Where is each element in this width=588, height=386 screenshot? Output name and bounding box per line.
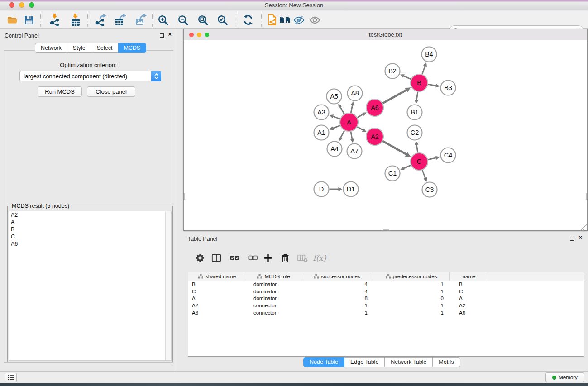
column-header-label: shared name (206, 274, 236, 279)
mcds-result-item[interactable]: A (9, 219, 171, 226)
export-image-icon[interactable] (133, 12, 148, 28)
resize-grip[interactable] (581, 224, 587, 230)
column-header-predecessor-nodes[interactable]: predecessor nodes (373, 272, 450, 281)
mcds-result-item[interactable]: C (9, 233, 171, 240)
edge-A-A5[interactable] (340, 107, 344, 114)
table-cell: 1 (301, 302, 373, 310)
mcds-result-item[interactable]: A6 (9, 240, 171, 248)
edge-A-A3[interactable] (333, 116, 340, 119)
edge-A6-B[interactable] (382, 90, 406, 104)
save-session-icon[interactable] (21, 12, 37, 28)
table-cell: connector (246, 310, 301, 317)
column-header-label: successor nodes (321, 274, 360, 279)
mcds-result-list[interactable]: A2ABCA6 (9, 211, 172, 361)
edge-C-C3[interactable] (422, 170, 425, 178)
tab-style[interactable]: Style (67, 43, 91, 53)
table-cell: 1 (373, 302, 450, 310)
tab-network-table[interactable]: Network Table (385, 357, 433, 367)
hide-graphics-details-icon[interactable] (291, 12, 306, 28)
column-layout-icon[interactable] (209, 251, 224, 265)
tab-mcds[interactable]: MCDS (118, 43, 146, 53)
toolbar-separator (236, 13, 236, 27)
table-cell: A2 (188, 302, 246, 310)
tab-motifs[interactable]: Motifs (433, 357, 460, 367)
tab-edge-table[interactable]: Edge Table (344, 357, 385, 367)
table-row[interactable]: Cdominator41C (188, 288, 584, 295)
edge-B-B3[interactable] (428, 84, 436, 86)
open-file-icon[interactable] (5, 12, 20, 28)
run-mcds-button[interactable]: Run MCDS (38, 86, 82, 97)
task-history-button[interactable] (5, 373, 17, 382)
table-settings-icon[interactable] (193, 251, 207, 265)
float-panel-icon[interactable] (570, 237, 574, 241)
zoom-selected-icon[interactable] (215, 12, 230, 28)
mcds-result-item[interactable]: A2 (9, 211, 171, 219)
tab-node-table[interactable]: Node Table (303, 357, 344, 367)
show-all-icon[interactable] (277, 12, 293, 28)
column-header-name[interactable]: name (450, 272, 488, 281)
table-cell: A6 (450, 310, 488, 317)
column-header-successor-nodes[interactable]: successor nodes (301, 272, 373, 281)
edge-A-A8[interactable] (351, 105, 353, 113)
import-table-icon[interactable] (68, 12, 83, 28)
list-icon (8, 375, 14, 381)
zoom-out-icon[interactable] (175, 12, 191, 28)
edge-C-C4[interactable] (428, 158, 437, 160)
unselect-all-icon[interactable] (245, 251, 260, 265)
graph-node-label: A2 (371, 133, 379, 140)
export-table-icon[interactable] (113, 12, 128, 28)
table-row[interactable]: Bdominator41B (188, 281, 584, 288)
table-cell: 4 (301, 281, 373, 288)
column-header-MCDS-role[interactable]: MCDS role (246, 272, 301, 281)
mcds-result-item[interactable]: B (9, 226, 171, 233)
close-panel-button[interactable]: Close panel (87, 86, 135, 97)
edge-arrowhead (415, 141, 418, 145)
tab-network[interactable]: Network (35, 43, 67, 53)
add-column-icon[interactable] (261, 251, 275, 265)
dropdown-stepper-icon (151, 71, 161, 81)
tab-select[interactable]: Select (91, 43, 119, 53)
table-row[interactable]: Adominator80A (188, 295, 584, 302)
zoom-in-icon[interactable] (155, 12, 171, 28)
import-network-icon[interactable] (47, 12, 62, 28)
float-panel-icon[interactable] (160, 33, 164, 38)
edge-B-B2[interactable] (403, 76, 411, 79)
delete-column-icon[interactable] (278, 251, 292, 265)
edge-C-C2[interactable] (416, 144, 418, 152)
graph-node-label: A5 (330, 93, 338, 100)
edge-B-B4[interactable] (422, 66, 425, 74)
edge-A-A1[interactable] (333, 125, 340, 128)
toolbar-separator (152, 13, 153, 27)
table-cell: 1 (373, 310, 450, 317)
zoom-fit-icon[interactable] (195, 12, 210, 28)
column-header-shared-name[interactable]: shared name (188, 272, 246, 281)
select-all-icon[interactable] (227, 251, 242, 265)
edge-A-A4[interactable] (340, 130, 344, 138)
table-cell: 1 (373, 281, 450, 288)
scrollbar-track[interactable] (165, 211, 171, 360)
apply-layout-icon[interactable] (240, 12, 256, 28)
table-row[interactable]: A6connector11A6 (188, 310, 584, 317)
close-panel-icon[interactable]: × (578, 234, 582, 240)
edge-arrowhead (423, 177, 427, 182)
graph-node-label: B4 (425, 51, 433, 58)
memory-button[interactable]: Memory (545, 372, 584, 382)
column-header-label: name (463, 274, 476, 279)
edge-A2-C[interactable] (382, 141, 406, 155)
network-graph[interactable]: AA1A2A3A4A5A6A7A8BB1B2B3B4CC1C2C3C4DD1 (184, 40, 587, 230)
edge-B-B1[interactable] (416, 92, 418, 100)
table-cell: A6 (188, 310, 246, 317)
table-cell: A (450, 295, 488, 302)
edge-arrowhead (415, 100, 418, 104)
show-graphics-details-icon[interactable] (307, 12, 322, 28)
edge-C-C1[interactable] (403, 165, 411, 168)
table-cell: B (188, 281, 246, 288)
edge-A-A6[interactable] (357, 114, 363, 118)
network-canvas[interactable]: AA1A2A3A4A5A6A7A8BB1B2B3B4CC1C2C3C4DD1 (184, 40, 587, 230)
edge-A-A7[interactable] (351, 132, 352, 139)
criterion-dropdown[interactable]: largest connected component (directed) (19, 71, 161, 81)
close-panel-icon[interactable]: × (168, 31, 172, 37)
edge-A-A2[interactable] (357, 127, 363, 130)
table-row[interactable]: A2connector11A2 (188, 302, 584, 310)
export-network-icon[interactable] (92, 12, 108, 28)
